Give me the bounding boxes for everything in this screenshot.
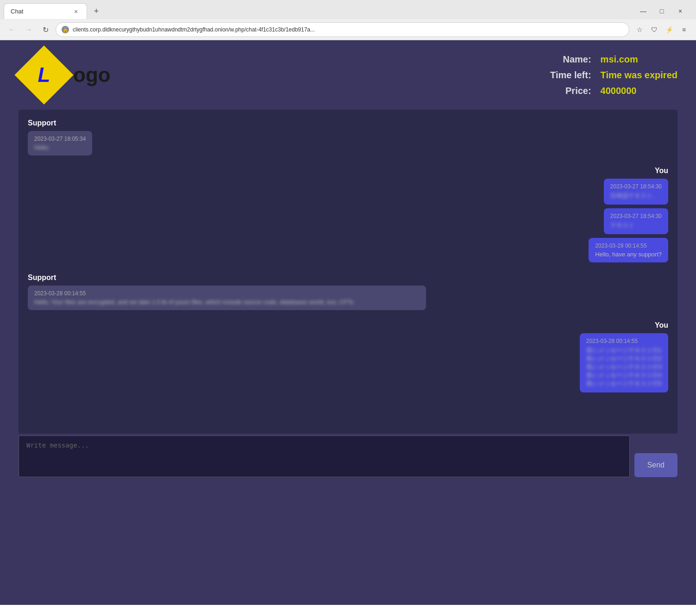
- sender-you-2: You: [28, 321, 668, 330]
- chat-input-area: Send: [19, 436, 677, 477]
- message-group-you-2: You 2023-03-28 00:14:55 長いメッセージテキスト行1 長い…: [28, 321, 668, 392]
- you-bubbles-2: 2023-03-28 00:14:55 長いメッセージテキスト行1 長いメッセー…: [28, 333, 668, 392]
- timeleft-label: Time left:: [550, 67, 591, 83]
- tab-title: Chat: [11, 8, 23, 15]
- page-content: L ogo Name: Time left: Price: msi.com Ti…: [0, 40, 696, 605]
- timestamp-you-1c: 2023-03-28 00:14:55: [595, 243, 662, 249]
- chat-messages-container[interactable]: Support 2023-03-27 18:05:34 Hello. You 2…: [19, 110, 677, 434]
- message-input[interactable]: [19, 436, 630, 477]
- msg-text-you-2a: 長いメッセージテキスト行1 長いメッセージテキスト行2 長いメッセージテキスト行…: [586, 346, 662, 388]
- timestamp-support-1: 2023-03-27 18:05:34: [34, 136, 86, 142]
- maximize-button[interactable]: □: [655, 5, 668, 18]
- back-button[interactable]: ←: [6, 23, 19, 36]
- site-icon: 🔒: [62, 26, 69, 33]
- tab-close-button[interactable]: ×: [72, 7, 80, 16]
- logo-word: ogo: [73, 63, 111, 87]
- url-text: clients.corp.dldknecurygthybudn1uhnawdnd…: [73, 26, 623, 33]
- message-bubble-you-2a: 2023-03-28 00:14:55 長いメッセージテキスト行1 長いメッセー…: [580, 333, 668, 392]
- message-bubble-support-2: 2023-03-28 00:14:55 Hello, Your files ar…: [28, 286, 426, 310]
- chat-wrapper: Support 2023-03-27 18:05:34 Hello. You 2…: [19, 110, 677, 596]
- timestamp-you-2a: 2023-03-28 00:14:55: [586, 338, 662, 344]
- you-bubbles-1: 2023-03-27 18:54:30 日本語テキスト。 2023-03-27 …: [28, 179, 668, 262]
- extension-icon[interactable]: ⚡: [663, 23, 676, 36]
- name-label: Name:: [550, 51, 591, 67]
- timestamp-support-2: 2023-03-28 00:14:55: [34, 290, 420, 297]
- timestamp-you-1b: 2023-03-27 18:54:30: [610, 213, 662, 219]
- timeleft-value: Time was expired: [601, 67, 677, 83]
- message-bubble-support-1: 2023-03-27 18:05:34 Hello.: [28, 131, 92, 156]
- sender-you-1: You: [28, 167, 668, 175]
- message-bubble-you-1c: 2023-03-28 00:14:55 Hello, have any supp…: [589, 238, 668, 262]
- msg-text-you-1a: 日本語テキスト。: [610, 192, 662, 200]
- msg-text-support-1: Hello.: [34, 144, 86, 151]
- active-tab[interactable]: Chat ×: [4, 3, 87, 19]
- msg-text-support-2: Hello, Your files are encrypted, and we …: [34, 299, 420, 305]
- msg-text-you-1c: Hello, have any support?: [595, 251, 662, 258]
- price-label: Price:: [550, 83, 591, 99]
- header-info: Name: Time left: Price: msi.com Time was…: [550, 51, 677, 99]
- price-value: 4000000: [601, 83, 677, 99]
- close-button[interactable]: ×: [674, 5, 687, 18]
- page-header: L ogo Name: Time left: Price: msi.com Ti…: [0, 40, 696, 110]
- menu-icon[interactable]: ≡: [677, 23, 690, 36]
- header-labels: Name: Time left: Price:: [550, 51, 591, 99]
- header-values: msi.com Time was expired 4000000: [601, 51, 677, 99]
- browser-chrome: Chat × + — □ × ← → ↻ 🔒 clients.corp.dldk…: [0, 0, 696, 40]
- new-tab-button[interactable]: +: [90, 5, 103, 18]
- name-value: msi.com: [601, 51, 677, 67]
- timestamp-you-1a: 2023-03-27 18:54:30: [610, 183, 662, 190]
- message-bubble-you-1b: 2023-03-27 18:54:30 テキスト: [604, 208, 668, 234]
- nav-bar: ← → ↻ 🔒 clients.corp.dldknecurygthybudn1…: [0, 19, 696, 40]
- shield-icon[interactable]: 🛡: [648, 23, 661, 36]
- send-button[interactable]: Send: [634, 453, 677, 477]
- logo-container: L ogo: [19, 50, 111, 100]
- sender-support-1: Support: [28, 119, 668, 127]
- message-group-support-2: Support 2023-03-28 00:14:55 Hello, Your …: [28, 274, 668, 310]
- window-controls: — □ ×: [637, 5, 692, 18]
- logo-letter-L: L: [38, 63, 50, 86]
- star-icon[interactable]: ☆: [633, 23, 646, 36]
- message-bubble-you-1a: 2023-03-27 18:54:30 日本語テキスト。: [604, 179, 668, 205]
- logo-diamond: L: [19, 50, 69, 100]
- address-bar[interactable]: 🔒 clients.corp.dldknecurygthybudn1uhnawd…: [56, 22, 629, 37]
- message-group-support-1: Support 2023-03-27 18:05:34 Hello.: [28, 119, 668, 156]
- forward-button[interactable]: →: [22, 23, 35, 36]
- reload-button[interactable]: ↻: [39, 23, 52, 36]
- message-group-you-1: You 2023-03-27 18:54:30 日本語テキスト。 2023-03…: [28, 167, 668, 262]
- msg-text-you-1b: テキスト: [610, 221, 662, 230]
- sender-support-2: Support: [28, 274, 668, 282]
- tab-bar: Chat × + — □ ×: [0, 0, 696, 19]
- minimize-button[interactable]: —: [637, 5, 650, 18]
- browser-nav-icons: ☆ 🛡 ⚡ ≡: [633, 23, 690, 36]
- logo-text: L: [38, 63, 50, 87]
